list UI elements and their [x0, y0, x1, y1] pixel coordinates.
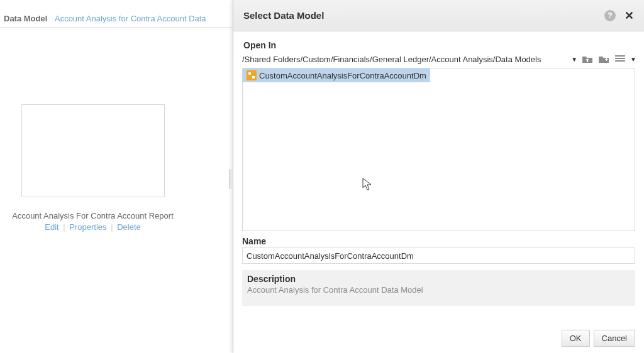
name-input[interactable]: [242, 247, 635, 264]
folder-path: /Shared Folders/Custom/Financials/Genera…: [242, 55, 567, 64]
delete-link[interactable]: Delete: [117, 222, 141, 232]
description-text: Account Analysis for Contra Account Data…: [247, 285, 630, 295]
help-icon[interactable]: ?: [604, 10, 616, 21]
dialog-title: Select Data Model: [243, 10, 604, 21]
close-icon[interactable]: ✕: [625, 10, 634, 21]
file-listing[interactable]: CustomAccountAnalysisForContraAccountDm: [242, 68, 635, 231]
list-item[interactable]: CustomAccountAnalysisForContraAccountDm: [243, 68, 430, 82]
path-row: /Shared Folders/Custom/Financials/Genera…: [233, 54, 644, 68]
svg-rect-1: [606, 58, 607, 61]
svg-rect-2: [615, 55, 625, 57]
open-in-label: Open In: [233, 31, 644, 54]
name-label: Name: [242, 236, 635, 246]
report-thumbnail[interactable]: [21, 104, 165, 197]
svg-rect-3: [615, 58, 625, 59]
cancel-button[interactable]: Cancel: [594, 330, 635, 347]
description-label: Description: [247, 274, 630, 284]
svg-rect-4: [615, 60, 625, 62]
new-folder-icon[interactable]: [597, 54, 610, 64]
dialog-header: Select Data Model ? ✕: [233, 0, 644, 31]
view-dropdown-icon[interactable]: ▼: [630, 56, 636, 63]
report-title-label: Account Analysis For Contra Account Repo…: [0, 211, 186, 220]
data-model-icon: [247, 70, 257, 80]
tab-data-model[interactable]: Data Model: [4, 14, 47, 23]
edit-link[interactable]: Edit: [45, 222, 58, 232]
dialog-resize-handle[interactable]: [229, 170, 233, 188]
list-item-label: CustomAccountAnalysisForContraAccountDm: [259, 71, 426, 80]
folder-up-icon[interactable]: [581, 54, 594, 64]
select-data-model-dialog: Select Data Model ? ✕ Open In /Shared Fo…: [233, 0, 644, 353]
properties-link[interactable]: Properties: [69, 222, 106, 232]
report-actions: Edit | Properties | Delete: [0, 222, 186, 232]
ok-button[interactable]: OK: [562, 330, 590, 347]
tab-report-link[interactable]: Account Analysis for Contra Account Data: [55, 14, 206, 23]
list-view-icon[interactable]: [614, 54, 626, 64]
path-dropdown-icon[interactable]: ▼: [571, 56, 577, 63]
